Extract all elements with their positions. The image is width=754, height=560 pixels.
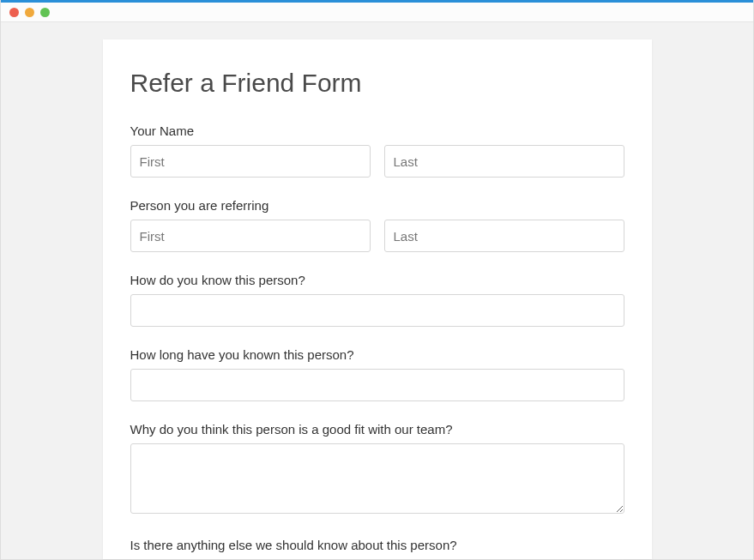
field-anything-else: Is there anything else we should know ab…	[130, 538, 624, 560]
label-how-know: How do you know this person?	[130, 273, 624, 287]
label-anything-else: Is there anything else we should know ab…	[130, 538, 624, 552]
label-referring: Person you are referring	[130, 198, 624, 213]
window-titlebar	[1, 0, 753, 22]
referring-last-input[interactable]	[384, 220, 624, 252]
your-name-last-input[interactable]	[384, 145, 624, 178]
field-how-long: How long have you known this person?	[130, 347, 624, 401]
row-referring	[130, 220, 624, 252]
field-referring: Person you are referring	[130, 198, 624, 252]
row-your-name	[130, 145, 624, 178]
how-know-input[interactable]	[130, 294, 624, 327]
minimize-icon[interactable]	[25, 8, 34, 17]
how-long-input[interactable]	[130, 369, 624, 401]
maximize-icon[interactable]	[40, 8, 50, 17]
form-title: Refer a Friend Form	[130, 69, 624, 98]
label-how-long: How long have you known this person?	[130, 347, 624, 362]
label-good-fit: Why do you think this person is a good f…	[130, 422, 624, 437]
app-window: Refer a Friend Form Your Name Person you…	[0, 0, 754, 560]
your-name-first-input[interactable]	[130, 145, 371, 178]
stage: Refer a Friend Form Your Name Person you…	[1, 22, 753, 559]
good-fit-textarea[interactable]	[130, 443, 624, 514]
form-card: Refer a Friend Form Your Name Person you…	[103, 39, 652, 559]
label-your-name: Your Name	[130, 123, 624, 138]
field-good-fit: Why do you think this person is a good f…	[130, 422, 624, 517]
close-icon[interactable]	[9, 8, 19, 17]
field-your-name: Your Name	[130, 123, 624, 178]
traffic-lights	[9, 8, 50, 17]
referring-first-input[interactable]	[130, 220, 371, 252]
field-how-know: How do you know this person?	[130, 273, 624, 327]
